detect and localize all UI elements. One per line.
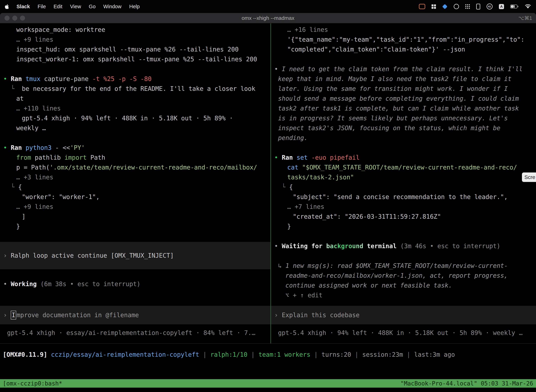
text-segment: 1 new msg(s): read $OMX_TEAM_STATE_ROOT/… (285, 262, 508, 269)
wifi-icon[interactable] (525, 4, 531, 9)
terminal-line: weekly … (0, 123, 270, 133)
terminal-line: • Waiting for background terminal (3m 46… (271, 241, 536, 251)
text-segment: keep that in mind. Maybe I also need the… (278, 75, 512, 82)
text-segment: Ralph loop active continue [OMX_TMUX_INJ… (11, 252, 174, 259)
battery-gauge-value: 61 (488, 5, 491, 8)
minimize-button[interactable] (12, 16, 17, 21)
traffic-lights (5, 13, 25, 23)
terminal-line: task2 after task1 is complete, but can I… (271, 103, 536, 113)
menu-item-view[interactable]: View (70, 4, 81, 9)
screen-share-overlay[interactable]: Scre (522, 173, 536, 182)
blue-app-icon[interactable] (442, 4, 448, 9)
text-segment: "created_at": "2026-03-31T11:59:27.816Z" (293, 213, 441, 220)
screen-recording-icon[interactable] (419, 4, 425, 9)
text-segment: I need to get the claim token from the c… (282, 65, 523, 73)
text-segment: gpt-5.4 xhigh · essay/ai-reimplementatio… (7, 329, 255, 336)
text-segment: python3 (25, 144, 55, 151)
text-segment: set (297, 154, 311, 161)
text-segment: later. Using the same for transition mig… (278, 85, 508, 92)
terminal-line: ] (0, 212, 270, 221)
device-icon[interactable] (476, 4, 480, 9)
terminal-line: gpt-5.4 xhigh · 94% left · 488K in · 5.1… (0, 113, 270, 123)
text-segment: › (3, 252, 11, 259)
terminal-line: ⌥ + ↑ edit (271, 290, 536, 300)
text-segment: weekly … (16, 125, 46, 131)
menu-item-slack[interactable]: Slack (17, 4, 30, 9)
battery-gauge-icon[interactable]: 61 (487, 4, 493, 9)
close-button[interactable] (5, 16, 10, 21)
text-segment: is in progress? It seems likely but perh… (278, 115, 508, 122)
menu-item-go[interactable]: Go (89, 4, 96, 9)
terminal-line: • Ran set -euo pipefail (271, 153, 536, 163)
text-segment: Explain this codebase (282, 312, 360, 319)
ring-icon[interactable] (454, 4, 459, 9)
terminal-line: tasks/task-2.json" (271, 172, 536, 182)
tmux-session-label: [omx-cczip0:bash* (3, 380, 62, 387)
text-segment: [OMX#0.11.9] (3, 351, 51, 358)
menu-left: Slack FileEditViewGoWindowHelp (5, 4, 140, 9)
text-segment: └ (282, 183, 289, 191)
text-segment: } (287, 223, 291, 230)
text-segment: at (16, 95, 24, 102)
window-tiles-icon[interactable] (431, 5, 436, 9)
text-segment: | (310, 351, 321, 358)
injected-prompt-band[interactable]: › Ralph loop active continue [OMX_TMUX_I… (0, 242, 270, 269)
battery-icon[interactable] (510, 5, 518, 9)
terminal-line: … +9 lines (0, 202, 270, 212)
terminal-line (0, 64, 270, 74)
input-source-icon[interactable]: A (499, 4, 504, 9)
text-segment: … +9 lines (16, 36, 53, 43)
menu-item-window[interactable]: Window (103, 4, 121, 9)
text-segment: | (403, 351, 414, 358)
text-segment: } (16, 223, 20, 230)
text-segment: • (274, 154, 282, 161)
terminal-line (271, 231, 536, 241)
composer-band[interactable]: › Improve documentation in @filename (0, 306, 270, 324)
terminal-line: workspace_mode: worktree (0, 25, 270, 35)
menu-item-edit[interactable]: Edit (54, 4, 62, 9)
composer-band[interactable]: › Explain this codebase (271, 306, 536, 324)
text-segment: p = Path( (16, 164, 50, 171)
text-segment: "$OMX_TEAM_STATE_ROOT/team/review-curren… (302, 164, 517, 171)
terminal-line: from pathlib import Path (0, 153, 270, 163)
menu-item-help[interactable]: Help (129, 4, 140, 9)
text-segment: capture-pane (44, 75, 92, 82)
text-segment: └ (11, 183, 18, 191)
terminal-pane-left[interactable]: workspace_mode: worktree… +9 linesinspec… (0, 23, 270, 343)
apple-logo-icon[interactable] (5, 4, 9, 9)
text-segment: pending. (278, 134, 308, 141)
text-segment: | (199, 351, 210, 358)
text-segment: (3m 46s • esc to interrupt) (400, 243, 500, 250)
terminal-line: › Ralph loop active continue [OMX_TMUX_I… (0, 251, 270, 261)
text-segment: … +16 lines (287, 26, 328, 33)
zoom-button[interactable] (20, 16, 25, 21)
text-segment: gpt-5.4 xhigh · 94% left · 488K in · 5.1… (22, 115, 233, 122)
text-segment: | (351, 351, 362, 358)
terminal-line (271, 143, 536, 153)
menu-item-file[interactable]: File (38, 4, 46, 9)
terminal-line: └ { (271, 182, 536, 192)
terminal-pane-right[interactable]: … +16 lines'{"team_name":"my-team","task… (271, 23, 536, 343)
text-segment: • (274, 65, 282, 73)
pane-right-content: … +16 lines'{"team_name":"my-team","task… (271, 25, 536, 338)
text-segment: cat (287, 164, 302, 171)
terminal-line: … +16 lines (271, 25, 536, 35)
text-segment: Ran (11, 75, 25, 82)
text-segment: mprove documentation in @filename (17, 312, 139, 319)
terminal-line: pending. (271, 133, 536, 143)
terminal-line: cat "$OMX_TEAM_STATE_ROOT/team/review-cu… (271, 163, 536, 172)
terminal-line: … +3 lines (0, 172, 270, 182)
window-title-bar: omx --xhigh --madmax ⌥⌘1 (0, 13, 536, 23)
text-segment: • (3, 75, 11, 82)
terminal-line: gpt-5.4 xhigh · 94% left · 488K in · 5.1… (271, 328, 536, 338)
tmux-panes: workspace_mode: worktree… +9 linesinspec… (0, 23, 536, 343)
text-segment: { (289, 183, 293, 191)
terminal-line: └ be necessary for the end of the README… (0, 84, 270, 93)
text-segment: from (16, 154, 31, 161)
terminal-line (0, 133, 270, 143)
terminal-line (0, 231, 270, 241)
menu-items: FileEditViewGoWindowHelp (38, 4, 140, 9)
pane-left-content: workspace_mode: worktree… +9 linesinspec… (0, 25, 270, 338)
app-grid-icon[interactable] (465, 4, 470, 9)
window-shortcut-hint: ⌥⌘1 (518, 15, 532, 21)
